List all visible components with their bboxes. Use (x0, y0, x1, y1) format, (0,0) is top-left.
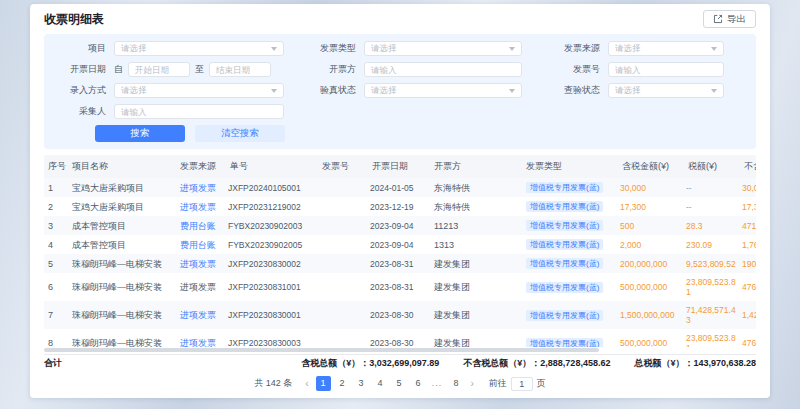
verify-status-select[interactable]: 请选择 (364, 83, 522, 98)
clear-search-button[interactable]: 清空搜索 (195, 125, 285, 142)
filter-row-1: 项目 请选择 发票类型 请选择 发票来源 请选择 (56, 41, 744, 56)
horizontal-scrollbar-thumb[interactable] (44, 348, 599, 352)
cell-invoice-source[interactable]: 进项发票 (176, 329, 226, 347)
table-body: 1 宝鸡大唐采购项目 进项发票 JXFP20240105001 2024-01-… (44, 178, 756, 347)
cell-tax-amount: -- (684, 197, 740, 216)
cell-invoice-source[interactable]: 进项发票 (176, 197, 226, 216)
cell-project-name: 珠穆朗玛峰—电梯安装 (68, 254, 176, 273)
filter-row-3: 录入方式 请选择 验真状态 请选择 查验状态 请选择 (56, 83, 744, 98)
column-header: 发票来源 (176, 155, 226, 178)
goto-page-input[interactable] (511, 377, 533, 391)
pagination-ellipsis: ... (430, 376, 445, 391)
cell-order-no: JXFP20231219002 (226, 197, 318, 216)
cell-invoice-date: 2023-09-04 (368, 216, 430, 235)
cell-issuer: 东海特供 (430, 178, 522, 197)
pagination-page-6[interactable]: 6 (411, 376, 426, 391)
invoice-source-select[interactable]: 请选择 (608, 41, 724, 56)
cell-invoice-type: 增值税专用发票(蓝) (522, 235, 618, 254)
cell-index: 5 (44, 254, 68, 273)
cell-invoice-type: 增值税专用发票(蓝) (522, 329, 618, 347)
issuer-input[interactable] (364, 62, 522, 77)
cell-invoice-source[interactable]: 进项发票 (176, 301, 226, 329)
invoice-type-tag: 增值税专用发票(蓝) (526, 220, 603, 231)
pagination-total: 共 142 条 (254, 377, 292, 390)
cell-order-no: JXFP20230831001 (226, 273, 318, 301)
cell-invoice-type: 增值税专用发票(蓝) (522, 273, 618, 301)
date-to-label: 至 (195, 63, 204, 76)
cell-amount-excl-tax: 471.7 (740, 216, 756, 235)
cell-invoice-no (318, 197, 368, 216)
start-date-input[interactable] (128, 62, 190, 77)
table-row[interactable]: 1 宝鸡大唐采购项目 进项发票 JXFP20240105001 2024-01-… (44, 178, 756, 197)
prev-page-button[interactable]: ‹ (302, 378, 311, 389)
cell-invoice-source[interactable]: 进项发票 (176, 254, 226, 273)
invoice-type-tag: 增值税专用发票(蓝) (526, 258, 603, 269)
pagination-page-5[interactable]: 5 (392, 376, 407, 391)
pagination-page-2[interactable]: 2 (335, 376, 350, 391)
project-select[interactable]: 请选择 (114, 41, 284, 56)
invoice-type-tag: 增值税专用发票(蓝) (526, 282, 603, 293)
cell-index: 2 (44, 197, 68, 216)
table-row[interactable]: 8 珠穆朗玛峰—电梯安装 进项发票 JXFP20230830003 2023-0… (44, 329, 756, 347)
summary-excl-tax-value: 2,888,728,458.62 (540, 358, 610, 368)
filter-label-check-status: 查验状态 (544, 84, 600, 97)
entry-method-select[interactable]: 请选择 (114, 83, 284, 98)
table-row[interactable]: 6 珠穆朗玛峰—电梯安装 进项发票 JXFP20230831001 2023-0… (44, 273, 756, 301)
cell-invoice-date: 2023-08-31 (368, 273, 430, 301)
pagination-page-3[interactable]: 3 (354, 376, 369, 391)
search-button[interactable]: 搜索 (95, 125, 185, 142)
cell-amount-incl-tax: 30,000 (618, 178, 684, 197)
cell-invoice-source[interactable]: 进项发票 (176, 178, 226, 197)
check-status-select[interactable]: 请选择 (608, 83, 724, 98)
cell-tax-amount: 9,523,809.52 (684, 254, 740, 273)
cell-order-no: JXFP20230830002 (226, 254, 318, 273)
table-row[interactable]: 2 宝鸡大唐采购项目 进项发票 JXFP20231219002 2023-12-… (44, 197, 756, 216)
cell-amount-excl-tax: 1,769.91 (740, 235, 756, 254)
goto-label-suffix: 页 (537, 377, 546, 390)
summary-incl-tax-value: 3,032,699,097.89 (369, 358, 439, 368)
export-button[interactable]: 导出 (703, 10, 756, 28)
cell-index: 4 (44, 235, 68, 254)
column-header: 开票日期 (368, 155, 430, 178)
cell-project-name: 宝鸡大唐采购项目 (68, 197, 176, 216)
column-header: 税额(¥) (684, 155, 740, 178)
chevron-down-icon (271, 89, 277, 93)
cell-project-name: 珠穆朗玛峰—电梯安装 (68, 273, 176, 301)
pagination-page-8[interactable]: 8 (449, 376, 464, 391)
table-row[interactable]: 7 珠穆朗玛峰—电梯安装 进项发票 JXFP20230830001 2023-0… (44, 301, 756, 329)
table-header-row: 序号项目名称发票来源单号发票号开票日期开票方发票类型含税金额(¥)税额(¥)不含… (44, 155, 756, 178)
cell-invoice-type: 增值税专用发票(蓝) (522, 197, 618, 216)
invoice-detail-card: 收票明细表 导出 项目 请选择 发票类型 (30, 4, 770, 398)
cell-project-name: 宝鸡大唐采购项目 (68, 178, 176, 197)
summary-totals: 含税总额（¥）：3,032,699,097.89 不含税总额（¥）：2,888,… (301, 357, 756, 370)
cell-issuer: 建发集团 (430, 254, 522, 273)
cell-invoice-source[interactable]: 费用台账 (176, 216, 226, 235)
next-page-button[interactable]: › (468, 378, 477, 389)
filter-label-entry-method: 录入方式 (56, 84, 106, 97)
cell-issuer: 1313 (430, 235, 522, 254)
invoice-no-input[interactable] (608, 62, 724, 77)
invoice-type-select[interactable]: 请选择 (364, 41, 522, 56)
cell-project-name: 珠穆朗玛峰—电梯安装 (68, 301, 176, 329)
table-row[interactable]: 5 珠穆朗玛峰—电梯安装 进项发票 JXFP20230830002 2023-0… (44, 254, 756, 273)
export-icon (713, 14, 723, 24)
cell-invoice-date: 2023-12-19 (368, 197, 430, 216)
pagination-page-1[interactable]: 1 (316, 376, 331, 391)
table-row[interactable]: 3 成本管控项目 费用台账 FYBX20230902003 2023-09-04… (44, 216, 756, 235)
end-date-input[interactable] (209, 62, 271, 77)
filter-row-4: 采集人 (56, 104, 744, 119)
desktop-background: 收票明细表 导出 项目 请选择 发票类型 (0, 0, 800, 409)
collector-input[interactable] (114, 104, 284, 119)
verify-status-select-value: 请选择 (371, 85, 505, 97)
cell-order-no: JXFP20240105001 (226, 178, 318, 197)
cell-invoice-source[interactable]: 费用台账 (176, 235, 226, 254)
pagination-pages: 123456...8 (316, 376, 464, 391)
cell-invoice-no (318, 329, 368, 347)
cell-issuer: 建发集团 (430, 301, 522, 329)
entry-method-select-value: 请选择 (121, 85, 267, 97)
cell-amount-incl-tax: 500,000,000 (618, 273, 684, 301)
table-row[interactable]: 4 成本管控项目 费用台账 FYBX20230902005 2023-09-04… (44, 235, 756, 254)
pagination-page-4[interactable]: 4 (373, 376, 388, 391)
cell-invoice-source[interactable]: 进项发票 (176, 273, 226, 301)
cell-invoice-date: 2024-01-05 (368, 178, 430, 197)
